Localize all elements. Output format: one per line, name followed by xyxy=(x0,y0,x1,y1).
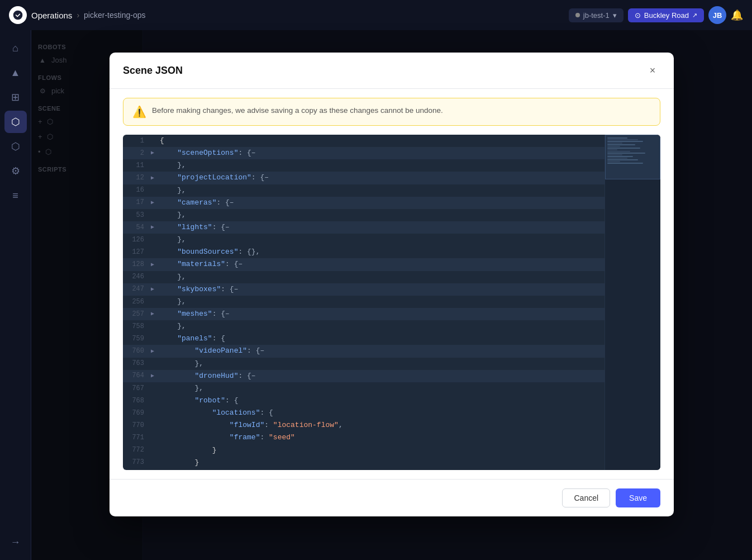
server-dropdown-icon: ▾ xyxy=(613,11,617,20)
location-external-icon: ↗ xyxy=(692,12,697,19)
modal-title: Scene JSON xyxy=(123,65,183,77)
code-line-758: 758 }, xyxy=(123,320,660,333)
location-label: Buckley Road xyxy=(644,11,689,20)
code-line-12: 12 ▶ "projectLocation": {– xyxy=(123,172,660,184)
code-line-126: 126 }, xyxy=(123,234,660,246)
breadcrumb-label: picker-testing-ops xyxy=(84,11,146,20)
sidebar-item-data[interactable]: ≡ xyxy=(4,184,27,207)
cancel-button[interactable]: Cancel xyxy=(562,488,610,507)
avatar[interactable]: JB xyxy=(708,6,726,24)
code-line-769: 769 "locations": { xyxy=(123,407,660,419)
topbar: Operations › picker-testing-ops jb-test-… xyxy=(0,0,752,30)
code-line-128: 128 ▶ "materials": {– xyxy=(123,258,660,270)
breadcrumb-chevron-icon: › xyxy=(77,11,79,20)
code-line-763: 763 }, xyxy=(123,358,660,370)
sidebar-item-flow[interactable]: ⬡ xyxy=(4,111,27,133)
code-line-770: 770 "flowId": "location-flow", xyxy=(123,419,660,431)
scene-json-modal: Scene JSON × ⚠️ Before making changes, w… xyxy=(110,53,674,516)
code-line-11: 11 }, xyxy=(123,159,660,172)
code-line-774: 774 }, xyxy=(123,469,660,470)
code-line-772: 772 } xyxy=(123,444,660,457)
code-editor[interactable]: 1 { 2 ▶ "sceneOptions": {– xyxy=(123,135,660,470)
location-button[interactable]: ⊙ Buckley Road ↗ xyxy=(628,8,704,22)
save-button[interactable]: Save xyxy=(616,488,660,507)
warning-text: Before making changes, we advise saving … xyxy=(152,105,443,116)
code-lines-container[interactable]: 1 { 2 ▶ "sceneOptions": {– xyxy=(123,135,660,470)
operations-label[interactable]: Operations xyxy=(31,11,72,20)
code-line-764: 764 ▶ "droneHud": {– xyxy=(123,370,660,382)
code-line-760: 760 ▶ "videoPanel": {– xyxy=(123,345,660,357)
location-icon: ⊙ xyxy=(635,11,641,20)
sidebar-item-alert[interactable]: ▲ xyxy=(4,61,27,84)
modal-overlay: Scene JSON × ⚠️ Before making changes, w… xyxy=(31,30,752,560)
code-line-767: 767 }, xyxy=(123,382,660,395)
code-line-771: 771 "frame": "seed" xyxy=(123,431,660,444)
code-line-16: 16 }, xyxy=(123,184,660,197)
modal-close-button[interactable]: × xyxy=(645,63,660,78)
code-line-768: 768 "robot": { xyxy=(123,395,660,407)
code-line-17: 17 ▶ "cameras": {– xyxy=(123,197,660,209)
server-status-dot xyxy=(575,13,580,17)
code-minimap xyxy=(605,135,660,470)
warning-icon: ⚠️ xyxy=(132,105,146,118)
code-line-53: 53 }, xyxy=(123,209,660,221)
sidebar-item-cube[interactable]: ⬡ xyxy=(4,135,27,158)
code-line-257: 257 ▶ "meshes": {– xyxy=(123,308,660,320)
code-line-1: 1 { xyxy=(123,135,660,147)
sidebar-item-collapse[interactable]: → xyxy=(4,531,27,553)
svg-point-0 xyxy=(13,11,23,20)
code-line-773: 773 } xyxy=(123,457,660,469)
sidebar-item-settings[interactable]: ⚙ xyxy=(4,160,27,182)
server-selector[interactable]: jb-test-1 ▾ xyxy=(569,8,624,22)
modal-body: 1 { 2 ▶ "sceneOptions": {– xyxy=(123,135,660,470)
code-line-2: 2 ▶ "sceneOptions": {– xyxy=(123,147,660,159)
notifications-bell-icon[interactable]: 🔔 xyxy=(731,9,743,21)
sidebar-item-layers[interactable]: ⊞ xyxy=(4,86,27,108)
warning-banner: ⚠️ Before making changes, we advise savi… xyxy=(123,98,660,126)
code-line-127: 127 "boundSources": {}, xyxy=(123,246,660,258)
modal-header: Scene JSON × xyxy=(110,53,674,89)
modal-footer: Cancel Save xyxy=(110,479,674,516)
code-line-246: 246 }, xyxy=(123,271,660,283)
code-line-256: 256 }, xyxy=(123,296,660,308)
sidebar: ⌂ ▲ ⊞ ⬡ ⬡ ⚙ ≡ → xyxy=(0,30,31,560)
minimap-content xyxy=(605,135,660,167)
main-layout: ⌂ ▲ ⊞ ⬡ ⬡ ⚙ ≡ → Robots ▲ Josh Flows ⚙ pi… xyxy=(0,30,752,560)
content-area: Robots ▲ Josh Flows ⚙ pick Scene + ⬡ + ⬡… xyxy=(31,30,752,560)
code-line-759: 759 "panels": { xyxy=(123,333,660,345)
app-logo[interactable] xyxy=(9,6,27,24)
server-label: jb-test-1 xyxy=(583,11,610,20)
sidebar-item-home[interactable]: ⌂ xyxy=(4,37,27,59)
code-line-54: 54 ▶ "lights": {– xyxy=(123,221,660,234)
code-line-247: 247 ▶ "skyboxes": {– xyxy=(123,283,660,296)
